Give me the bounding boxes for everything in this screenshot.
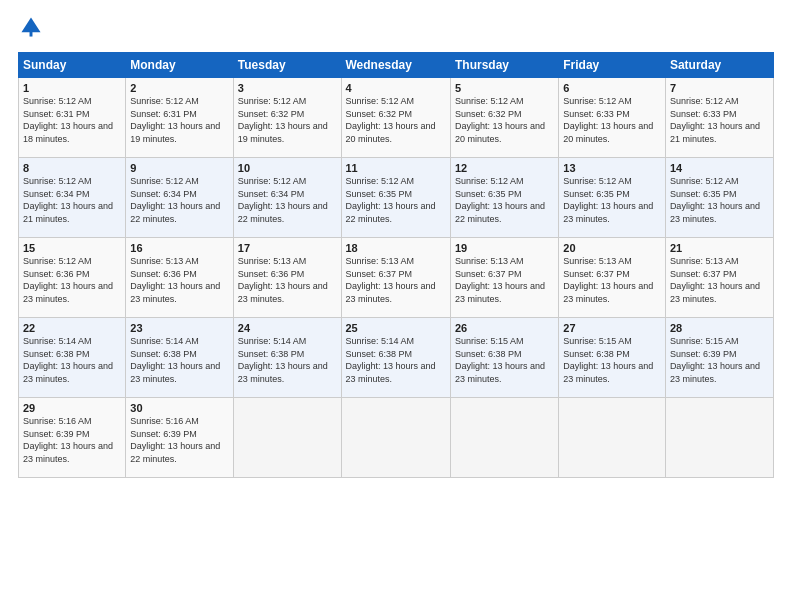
calendar-cell: 4 Sunrise: 5:12 AMSunset: 6:32 PMDayligh… bbox=[341, 78, 450, 158]
day-number: 23 bbox=[130, 322, 228, 334]
day-number: 25 bbox=[346, 322, 446, 334]
calendar-cell: 5 Sunrise: 5:12 AMSunset: 6:32 PMDayligh… bbox=[450, 78, 558, 158]
day-info: Sunrise: 5:12 AMSunset: 6:34 PMDaylight:… bbox=[238, 176, 328, 224]
calendar-cell: 3 Sunrise: 5:12 AMSunset: 6:32 PMDayligh… bbox=[233, 78, 341, 158]
weekday-header-saturday: Saturday bbox=[665, 53, 773, 78]
day-number: 28 bbox=[670, 322, 769, 334]
day-info: Sunrise: 5:14 AMSunset: 6:38 PMDaylight:… bbox=[238, 336, 328, 384]
calendar-cell: 18 Sunrise: 5:13 AMSunset: 6:37 PMDaylig… bbox=[341, 238, 450, 318]
calendar-cell: 16 Sunrise: 5:13 AMSunset: 6:36 PMDaylig… bbox=[126, 238, 233, 318]
day-info: Sunrise: 5:12 AMSunset: 6:32 PMDaylight:… bbox=[455, 96, 545, 144]
calendar-cell: 9 Sunrise: 5:12 AMSunset: 6:34 PMDayligh… bbox=[126, 158, 233, 238]
day-info: Sunrise: 5:13 AMSunset: 6:37 PMDaylight:… bbox=[455, 256, 545, 304]
day-info: Sunrise: 5:12 AMSunset: 6:35 PMDaylight:… bbox=[455, 176, 545, 224]
calendar-cell: 1 Sunrise: 5:12 AMSunset: 6:31 PMDayligh… bbox=[19, 78, 126, 158]
calendar-cell: 21 Sunrise: 5:13 AMSunset: 6:37 PMDaylig… bbox=[665, 238, 773, 318]
day-info: Sunrise: 5:12 AMSunset: 6:31 PMDaylight:… bbox=[130, 96, 220, 144]
day-info: Sunrise: 5:12 AMSunset: 6:36 PMDaylight:… bbox=[23, 256, 113, 304]
day-number: 29 bbox=[23, 402, 121, 414]
calendar-cell bbox=[341, 398, 450, 478]
day-number: 24 bbox=[238, 322, 337, 334]
logo bbox=[18, 16, 42, 42]
day-number: 9 bbox=[130, 162, 228, 174]
calendar-table: SundayMondayTuesdayWednesdayThursdayFrid… bbox=[18, 52, 774, 478]
calendar-week-row: 8 Sunrise: 5:12 AMSunset: 6:34 PMDayligh… bbox=[19, 158, 774, 238]
day-number: 30 bbox=[130, 402, 228, 414]
calendar-cell: 11 Sunrise: 5:12 AMSunset: 6:35 PMDaylig… bbox=[341, 158, 450, 238]
weekday-header-friday: Friday bbox=[559, 53, 666, 78]
day-info: Sunrise: 5:13 AMSunset: 6:37 PMDaylight:… bbox=[670, 256, 760, 304]
day-number: 26 bbox=[455, 322, 554, 334]
day-number: 14 bbox=[670, 162, 769, 174]
day-number: 12 bbox=[455, 162, 554, 174]
weekday-header-tuesday: Tuesday bbox=[233, 53, 341, 78]
calendar-cell: 25 Sunrise: 5:14 AMSunset: 6:38 PMDaylig… bbox=[341, 318, 450, 398]
day-info: Sunrise: 5:15 AMSunset: 6:38 PMDaylight:… bbox=[455, 336, 545, 384]
day-info: Sunrise: 5:13 AMSunset: 6:37 PMDaylight:… bbox=[346, 256, 436, 304]
logo-icon bbox=[20, 16, 42, 38]
day-number: 21 bbox=[670, 242, 769, 254]
day-info: Sunrise: 5:12 AMSunset: 6:32 PMDaylight:… bbox=[238, 96, 328, 144]
day-info: Sunrise: 5:15 AMSunset: 6:39 PMDaylight:… bbox=[670, 336, 760, 384]
day-info: Sunrise: 5:14 AMSunset: 6:38 PMDaylight:… bbox=[346, 336, 436, 384]
calendar-cell: 7 Sunrise: 5:12 AMSunset: 6:33 PMDayligh… bbox=[665, 78, 773, 158]
page: SundayMondayTuesdayWednesdayThursdayFrid… bbox=[0, 0, 792, 612]
day-number: 1 bbox=[23, 82, 121, 94]
day-number: 22 bbox=[23, 322, 121, 334]
calendar-cell: 17 Sunrise: 5:13 AMSunset: 6:36 PMDaylig… bbox=[233, 238, 341, 318]
day-number: 10 bbox=[238, 162, 337, 174]
day-number: 11 bbox=[346, 162, 446, 174]
calendar-cell: 27 Sunrise: 5:15 AMSunset: 6:38 PMDaylig… bbox=[559, 318, 666, 398]
calendar-cell bbox=[665, 398, 773, 478]
calendar-cell: 8 Sunrise: 5:12 AMSunset: 6:34 PMDayligh… bbox=[19, 158, 126, 238]
day-info: Sunrise: 5:14 AMSunset: 6:38 PMDaylight:… bbox=[130, 336, 220, 384]
day-info: Sunrise: 5:16 AMSunset: 6:39 PMDaylight:… bbox=[130, 416, 220, 464]
day-info: Sunrise: 5:12 AMSunset: 6:34 PMDaylight:… bbox=[23, 176, 113, 224]
day-info: Sunrise: 5:12 AMSunset: 6:35 PMDaylight:… bbox=[670, 176, 760, 224]
day-info: Sunrise: 5:13 AMSunset: 6:37 PMDaylight:… bbox=[563, 256, 653, 304]
day-number: 4 bbox=[346, 82, 446, 94]
weekday-header-sunday: Sunday bbox=[19, 53, 126, 78]
calendar-cell: 23 Sunrise: 5:14 AMSunset: 6:38 PMDaylig… bbox=[126, 318, 233, 398]
weekday-header-monday: Monday bbox=[126, 53, 233, 78]
calendar-cell: 29 Sunrise: 5:16 AMSunset: 6:39 PMDaylig… bbox=[19, 398, 126, 478]
day-info: Sunrise: 5:16 AMSunset: 6:39 PMDaylight:… bbox=[23, 416, 113, 464]
day-number: 13 bbox=[563, 162, 661, 174]
day-number: 20 bbox=[563, 242, 661, 254]
header bbox=[18, 16, 774, 42]
day-number: 2 bbox=[130, 82, 228, 94]
day-number: 18 bbox=[346, 242, 446, 254]
day-number: 17 bbox=[238, 242, 337, 254]
day-number: 6 bbox=[563, 82, 661, 94]
day-info: Sunrise: 5:12 AMSunset: 6:34 PMDaylight:… bbox=[130, 176, 220, 224]
calendar-cell: 30 Sunrise: 5:16 AMSunset: 6:39 PMDaylig… bbox=[126, 398, 233, 478]
calendar-cell: 28 Sunrise: 5:15 AMSunset: 6:39 PMDaylig… bbox=[665, 318, 773, 398]
day-number: 7 bbox=[670, 82, 769, 94]
calendar-cell bbox=[233, 398, 341, 478]
day-info: Sunrise: 5:12 AMSunset: 6:31 PMDaylight:… bbox=[23, 96, 113, 144]
weekday-header-thursday: Thursday bbox=[450, 53, 558, 78]
day-info: Sunrise: 5:12 AMSunset: 6:32 PMDaylight:… bbox=[346, 96, 436, 144]
day-number: 3 bbox=[238, 82, 337, 94]
calendar-cell: 20 Sunrise: 5:13 AMSunset: 6:37 PMDaylig… bbox=[559, 238, 666, 318]
day-number: 27 bbox=[563, 322, 661, 334]
day-number: 15 bbox=[23, 242, 121, 254]
day-info: Sunrise: 5:13 AMSunset: 6:36 PMDaylight:… bbox=[238, 256, 328, 304]
calendar-cell bbox=[450, 398, 558, 478]
calendar-cell: 22 Sunrise: 5:14 AMSunset: 6:38 PMDaylig… bbox=[19, 318, 126, 398]
calendar-cell: 6 Sunrise: 5:12 AMSunset: 6:33 PMDayligh… bbox=[559, 78, 666, 158]
calendar-cell: 24 Sunrise: 5:14 AMSunset: 6:38 PMDaylig… bbox=[233, 318, 341, 398]
day-info: Sunrise: 5:15 AMSunset: 6:38 PMDaylight:… bbox=[563, 336, 653, 384]
calendar-week-row: 1 Sunrise: 5:12 AMSunset: 6:31 PMDayligh… bbox=[19, 78, 774, 158]
calendar-cell: 12 Sunrise: 5:12 AMSunset: 6:35 PMDaylig… bbox=[450, 158, 558, 238]
day-info: Sunrise: 5:12 AMSunset: 6:33 PMDaylight:… bbox=[563, 96, 653, 144]
calendar-week-row: 15 Sunrise: 5:12 AMSunset: 6:36 PMDaylig… bbox=[19, 238, 774, 318]
day-info: Sunrise: 5:12 AMSunset: 6:35 PMDaylight:… bbox=[346, 176, 436, 224]
svg-rect-1 bbox=[30, 29, 33, 36]
day-info: Sunrise: 5:13 AMSunset: 6:36 PMDaylight:… bbox=[130, 256, 220, 304]
day-info: Sunrise: 5:14 AMSunset: 6:38 PMDaylight:… bbox=[23, 336, 113, 384]
calendar-week-row: 22 Sunrise: 5:14 AMSunset: 6:38 PMDaylig… bbox=[19, 318, 774, 398]
calendar-cell: 15 Sunrise: 5:12 AMSunset: 6:36 PMDaylig… bbox=[19, 238, 126, 318]
day-number: 5 bbox=[455, 82, 554, 94]
day-info: Sunrise: 5:12 AMSunset: 6:33 PMDaylight:… bbox=[670, 96, 760, 144]
